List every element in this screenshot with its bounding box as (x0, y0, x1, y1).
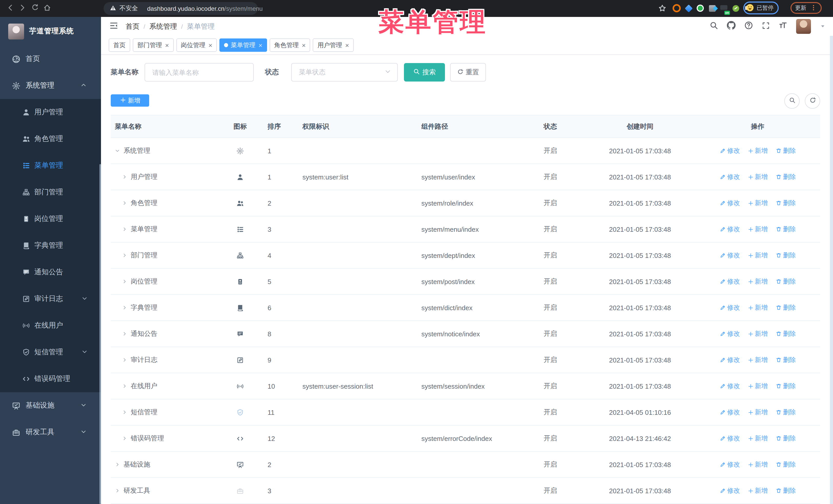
expand-arrow-right-icon[interactable] (122, 200, 127, 206)
op-delete-link[interactable]: 删除 (775, 356, 796, 364)
profile-paused-chip[interactable]: 已暂停 (743, 2, 779, 14)
user-avatar[interactable] (796, 19, 811, 34)
expand-arrow-right-icon[interactable] (122, 357, 127, 362)
sidebar-item-home[interactable]: 首页 (0, 46, 101, 72)
op-edit-link[interactable]: 修改 (719, 251, 740, 260)
sidebar-subitem-audit[interactable]: 审计日志 (0, 286, 101, 312)
address-bar[interactable]: 不安全 dashboard.yudao.iocoder.cn/system/me… (103, 2, 258, 15)
avatar-caret-down-icon[interactable] (820, 22, 826, 31)
expand-arrow-down-icon[interactable] (115, 148, 120, 153)
sidebar-subitem-role[interactable]: 角色管理 (0, 126, 101, 152)
extension-icon-ring[interactable] (672, 4, 681, 12)
add-button[interactable]: 新增 (111, 94, 149, 106)
op-add-link[interactable]: 新增 (748, 146, 768, 155)
expand-arrow-right-icon[interactable] (115, 462, 120, 467)
op-edit-link[interactable]: 修改 (719, 408, 740, 416)
expand-arrow-right-icon[interactable] (122, 305, 127, 310)
help-icon[interactable] (744, 21, 753, 32)
op-add-link[interactable]: 新增 (748, 434, 768, 443)
refresh-table-button[interactable] (805, 93, 820, 109)
op-edit-link[interactable]: 修改 (719, 225, 740, 234)
sidebar-item-infra[interactable]: 基础设施 (0, 392, 101, 419)
sidebar-subitem-menu[interactable]: 菜单管理 (0, 152, 101, 179)
op-delete-link[interactable]: 删除 (775, 382, 796, 390)
op-delete-link[interactable]: 删除 (775, 434, 796, 443)
tab-role[interactable]: 角色管理× (270, 39, 310, 52)
op-add-link[interactable]: 新增 (748, 199, 768, 208)
tab-close-icon[interactable]: × (302, 42, 306, 48)
op-edit-link[interactable]: 修改 (719, 486, 740, 495)
sidebar-subitem-notice[interactable]: 通知公告 (0, 259, 101, 286)
sidebar-item-system[interactable]: 系统管理 (0, 72, 101, 99)
op-delete-link[interactable]: 删除 (775, 408, 796, 416)
breadcrumb-system[interactable]: 系统管理 (149, 22, 177, 31)
tab-close-icon[interactable]: × (258, 42, 262, 48)
expand-arrow-right-icon[interactable] (122, 410, 127, 415)
sidebar-subitem-dept[interactable]: 部门管理 (0, 179, 101, 206)
bookmark-star-button[interactable] (658, 4, 666, 14)
op-edit-link[interactable]: 修改 (719, 356, 740, 364)
search-button[interactable]: 搜索 (404, 63, 445, 81)
expand-arrow-right-icon[interactable] (122, 436, 127, 441)
op-edit-link[interactable]: 修改 (719, 146, 740, 155)
browser-forward-button[interactable] (17, 2, 29, 15)
fullscreen-icon[interactable] (762, 21, 770, 31)
header-search-icon[interactable] (710, 21, 718, 32)
op-delete-link[interactable]: 删除 (775, 251, 796, 260)
extension-icon-key[interactable] (732, 4, 740, 12)
sidebar-subitem-sms[interactable]: 短信管理 (0, 339, 101, 365)
op-add-link[interactable]: 新增 (748, 408, 768, 416)
op-delete-link[interactable]: 删除 (775, 146, 796, 155)
op-add-link[interactable]: 新增 (748, 303, 768, 312)
extension-icon-drop[interactable] (684, 4, 693, 12)
op-edit-link[interactable]: 修改 (719, 382, 740, 390)
op-edit-link[interactable]: 修改 (719, 434, 740, 443)
op-delete-link[interactable]: 删除 (775, 303, 796, 312)
op-delete-link[interactable]: 删除 (775, 460, 796, 469)
sidebar-item-tools[interactable]: 研发工具 (0, 419, 101, 446)
op-delete-link[interactable]: 删除 (775, 225, 796, 234)
op-delete-link[interactable]: 删除 (775, 277, 796, 286)
op-add-link[interactable]: 新增 (748, 277, 768, 286)
sidebar-subitem-post[interactable]: 岗位管理 (0, 206, 101, 232)
op-edit-link[interactable]: 修改 (719, 277, 740, 286)
op-add-link[interactable]: 新增 (748, 251, 768, 260)
op-edit-link[interactable]: 修改 (719, 330, 740, 338)
op-edit-link[interactable]: 修改 (719, 460, 740, 469)
op-edit-link[interactable]: 修改 (719, 199, 740, 208)
browser-update-button[interactable]: 更新 (790, 2, 822, 14)
op-add-link[interactable]: 新增 (748, 225, 768, 234)
expand-arrow-right-icon[interactable] (122, 331, 127, 336)
sidebar-subitem-online[interactable]: 在线用户 (0, 312, 101, 339)
expand-arrow-right-icon[interactable] (115, 488, 120, 493)
op-delete-link[interactable]: 删除 (775, 172, 796, 181)
browser-back-button[interactable] (4, 2, 17, 15)
tab-user[interactable]: 用户管理× (313, 39, 354, 52)
tab-close-icon[interactable]: × (165, 42, 169, 48)
op-add-link[interactable]: 新增 (748, 172, 768, 181)
extension-icon-squares[interactable] (708, 4, 716, 12)
tab-menu[interactable]: 菜单管理× (219, 39, 267, 52)
op-add-link[interactable]: 新增 (748, 330, 768, 338)
op-delete-link[interactable]: 删除 (775, 330, 796, 338)
tab-home[interactable]: 首页 (109, 39, 130, 52)
font-size-icon[interactable] (779, 21, 787, 32)
op-add-link[interactable]: 新增 (748, 382, 768, 390)
tab-post[interactable]: 岗位管理× (176, 39, 217, 52)
extension-icon-proxy[interactable]: on (720, 4, 728, 12)
breadcrumb-home[interactable]: 首页 (125, 22, 139, 31)
tab-close-icon[interactable]: × (345, 42, 349, 48)
op-add-link[interactable]: 新增 (748, 356, 768, 364)
op-delete-link[interactable]: 删除 (775, 199, 796, 208)
extension-icon-green[interactable] (696, 4, 704, 12)
sidebar-subitem-errcode[interactable]: 错误码管理 (0, 365, 101, 392)
op-add-link[interactable]: 新增 (748, 486, 768, 495)
tab-dept[interactable]: 部门管理× (133, 39, 173, 52)
github-icon[interactable] (727, 21, 736, 32)
expand-arrow-right-icon[interactable] (122, 174, 127, 179)
sidebar-subitem-dict[interactable]: 字典管理 (0, 232, 101, 259)
expand-arrow-right-icon[interactable] (122, 384, 127, 389)
sidebar-subitem-user[interactable]: 用户管理 (0, 99, 101, 126)
expand-arrow-right-icon[interactable] (122, 226, 127, 232)
reset-button[interactable]: 重置 (450, 63, 486, 81)
